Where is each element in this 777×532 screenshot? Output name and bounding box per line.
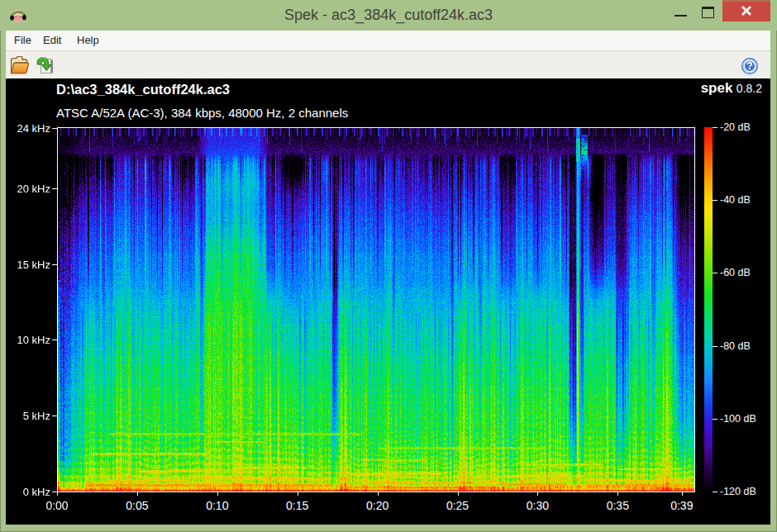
svg-text:?: ? — [746, 60, 752, 72]
